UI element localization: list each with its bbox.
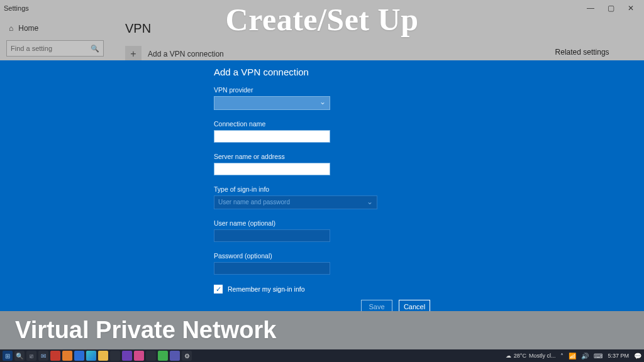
close-button[interactable]: ✕ — [626, 4, 635, 13]
connection-name-label: Connection name — [214, 120, 415, 128]
vpn-provider-label: VPN provider — [214, 86, 415, 94]
task-view-icon[interactable]: ⎚ — [26, 351, 36, 361]
home-label: Home — [18, 24, 38, 33]
mail-icon[interactable]: ✉ — [38, 351, 48, 361]
weather-widget[interactable]: ☁ 28°C Mostly cl... — [506, 353, 556, 359]
add-vpn-dialog: Add a VPN connection VPN provider Connec… — [0, 60, 644, 324]
home-icon: ⌂ — [9, 24, 13, 33]
cancel-button[interactable]: Cancel — [399, 300, 430, 314]
search-icon: 🔍 — [91, 45, 99, 53]
window-title: Settings — [4, 4, 29, 12]
taskbar-right: ☁ 28°C Mostly cl... ˄ 📶 🔊 ⌨ 5:37 PM 💬 — [506, 353, 641, 359]
sidebar-item-home[interactable]: ⌂ Home — [0, 20, 110, 36]
weather-temp: 28°C — [514, 353, 526, 359]
signin-type-select[interactable]: User name and password — [214, 195, 377, 209]
find-setting-search[interactable]: Find a setting 🔍 — [6, 40, 104, 57]
checkbox-checked-icon: ✓ — [214, 285, 223, 293]
signin-type-label: Type of sign-in info — [214, 185, 415, 193]
weather-icon: ☁ — [506, 353, 511, 359]
taskbar-clock[interactable]: 5:37 PM — [608, 353, 629, 359]
page-title: VPN — [125, 21, 629, 36]
taskbar-app-pink[interactable] — [134, 351, 144, 361]
window-titlebar: Settings — ▢ ✕ — [0, 0, 644, 16]
tray-network-icon[interactable]: 📶 — [569, 353, 576, 359]
server-address-input[interactable] — [214, 163, 330, 175]
username-input[interactable] — [214, 229, 330, 242]
username-label: User name (optional) — [214, 219, 415, 227]
save-button[interactable]: Save — [361, 300, 392, 314]
remember-signin-checkbox[interactable]: ✓ Remember my sign-in info — [214, 285, 415, 293]
remember-label: Remember my sign-in info — [228, 285, 305, 293]
signin-type-value: User name and password — [218, 199, 290, 206]
server-address-label: Server name or address — [214, 153, 415, 160]
settings-taskbar-icon[interactable]: ⚙ — [182, 351, 192, 361]
file-explorer-icon[interactable] — [98, 351, 108, 361]
tray-language-icon[interactable]: ⌨ — [594, 353, 602, 359]
taskbar-app-red[interactable] — [50, 351, 60, 361]
related-heading: Related settings — [555, 48, 629, 57]
weather-desc: Mostly cl... — [529, 353, 556, 359]
taskbar-search-icon[interactable]: 🔍 — [14, 351, 25, 361]
find-setting-placeholder: Find a setting — [11, 45, 52, 52]
taskbar-left: ⊞ 🔍 ⎚ ✉ ⚙ — [3, 351, 192, 361]
taskbar-app-orange[interactable] — [62, 351, 72, 361]
screen: Settings — ▢ ✕ ⌂ Home Find a setting 🔍 N… — [0, 0, 644, 362]
start-button[interactable]: ⊞ — [3, 351, 13, 361]
teams-icon[interactable] — [170, 351, 180, 361]
taskbar-app-blue[interactable] — [74, 351, 84, 361]
tray-volume-icon[interactable]: 🔊 — [581, 353, 589, 359]
taskbar-app-1[interactable] — [110, 351, 120, 361]
vpn-provider-select[interactable] — [214, 96, 330, 110]
dialog-title: Add a VPN connection — [214, 67, 415, 77]
add-vpn-label: Add a VPN connection — [148, 50, 224, 58]
taskbar: ⊞ 🔍 ⎚ ✉ ⚙ ☁ 28°C Mostly cl... ˄ 📶 — [0, 349, 644, 362]
taskbar-app-2[interactable] — [146, 351, 156, 361]
taskbar-app-green[interactable] — [158, 351, 168, 361]
password-label: Password (optional) — [214, 252, 415, 260]
edge-browser-icon[interactable] — [86, 351, 96, 361]
minimize-button[interactable]: — — [586, 4, 595, 13]
taskbar-app-purple[interactable] — [122, 351, 132, 361]
notifications-icon[interactable]: 💬 — [634, 353, 641, 359]
connection-name-input[interactable] — [214, 130, 330, 143]
password-input[interactable] — [214, 262, 330, 275]
tray-chevron-icon[interactable]: ˄ — [560, 353, 564, 359]
maximize-button[interactable]: ▢ — [606, 4, 615, 13]
window-controls: — ▢ ✕ — [586, 4, 640, 13]
